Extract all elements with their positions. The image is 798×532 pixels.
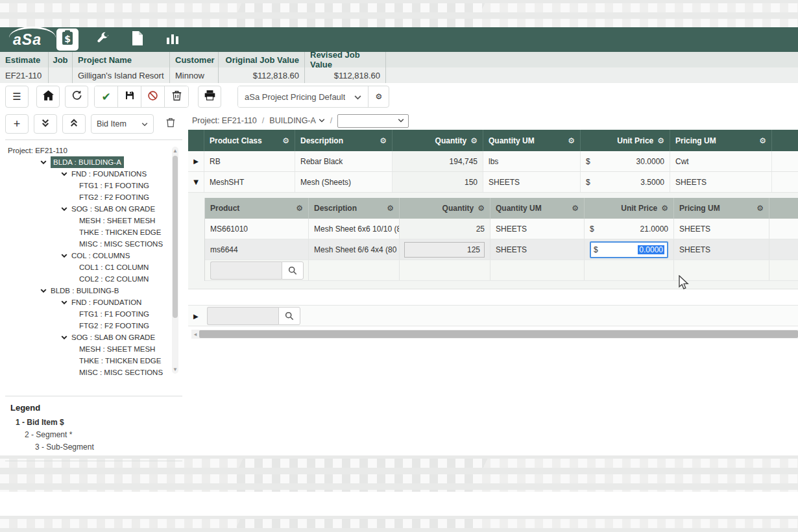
bid-item-select[interactable]: Bid Item	[91, 114, 154, 134]
add-node-button[interactable]: +	[5, 114, 29, 134]
quantity-header[interactable]: Quantity⚙	[400, 198, 490, 219]
tree-item-sog-a[interactable]: SOG : SLAB ON GRADE	[5, 203, 182, 215]
expand-all-button[interactable]	[34, 114, 57, 134]
column-gear-icon[interactable]: ⚙	[572, 204, 579, 213]
tree-item-fnd-a[interactable]: FND : FOUNDATIONS	[5, 168, 182, 180]
refresh-button[interactable]	[65, 86, 88, 108]
description-cell[interactable]: Rebar Black	[295, 151, 393, 171]
column-gear-icon[interactable]: ⚙	[657, 136, 664, 145]
tree-item-ftg1-a[interactable]: FTG1 : F1 FOOTING	[5, 180, 182, 191]
column-gear-icon[interactable]: ⚙	[470, 136, 478, 145]
estimating-pricing-tab[interactable]: $	[57, 29, 78, 50]
save-button[interactable]	[118, 86, 141, 107]
reports-tab[interactable]	[162, 29, 183, 50]
product-header[interactable]: Product⚙	[205, 198, 309, 219]
pricing-um-header[interactable]: Pricing UM⚙	[674, 198, 769, 219]
quantity-um-header[interactable]: Quantity UM⚙	[483, 130, 581, 151]
tree-item-sog-b[interactable]: SOG : SLAB ON GRADE	[5, 332, 182, 343]
quantity-cell[interactable]: 25	[400, 219, 490, 239]
quantity-um-header[interactable]: Quantity UM⚙	[490, 198, 585, 219]
tree-item-col1[interactable]: COL1 : C1 COLUMN	[5, 261, 182, 273]
quantity-header[interactable]: Quantity⚙	[393, 130, 483, 151]
tree-item-misc-b[interactable]: MISC : MISC SECTIONS	[5, 367, 182, 378]
column-gear-icon[interactable]: ⚙	[387, 204, 394, 213]
product-cell[interactable]: ms6644	[205, 239, 309, 260]
unit-price-cell[interactable]: $3.5000	[581, 172, 670, 192]
tree-item-ftg1-b[interactable]: FTG1 : F1 FOOTING	[5, 308, 182, 320]
unit-price-cell[interactable]: $30.0000	[581, 151, 670, 171]
scroll-left-icon[interactable]: ◂	[191, 331, 199, 337]
description-cell[interactable]: Mesh Sheet 6x6 10/10 (80 S	[309, 219, 400, 239]
tree-item-ftg2-a[interactable]: FTG2 : F2 FOOTING	[5, 191, 182, 203]
tree-item-fnd-b[interactable]: FND : FOUNDATION	[5, 296, 182, 308]
column-gear-icon[interactable]: ⚙	[478, 204, 485, 213]
pricing-settings-button[interactable]: ⚙	[368, 86, 389, 107]
quantity-um-cell[interactable]: SHEETS	[490, 219, 585, 239]
quantity-cell[interactable]: 150	[393, 172, 483, 192]
tree-item-thke-a[interactable]: THKE : THICKEN EDGE	[5, 226, 182, 238]
column-gear-icon[interactable]: ⚙	[568, 136, 575, 145]
column-gear-icon[interactable]: ⚙	[282, 136, 289, 145]
tree-item-col2[interactable]: COL2 : C2 COLUMN	[5, 273, 182, 285]
collapse-all-button[interactable]	[62, 114, 86, 134]
table-row-ms6644[interactable]: ms6644 Mesh Sheet 6/6 4x4 (80 SqF SHEETS…	[205, 239, 798, 260]
breadcrumb-segment-select[interactable]: BUILDING-A	[269, 116, 325, 125]
print-button[interactable]	[198, 86, 221, 108]
quantity-cell[interactable]: 194,745	[393, 151, 483, 171]
cancel-button[interactable]	[141, 86, 165, 107]
description-cell[interactable]: Mesh Sheet 6/6 4x4 (80 SqF	[309, 239, 400, 260]
product-class-cell[interactable]: RB	[204, 151, 295, 171]
row-expander[interactable]: ▶	[188, 151, 204, 171]
tree-item-mesh-a[interactable]: MESH : SHEET MESH	[5, 215, 182, 226]
tree-item-thke-b[interactable]: THKE : THICKEN EDGE	[5, 355, 182, 367]
tree-item-mesh-b[interactable]: MESH : SHEET MESH	[5, 343, 182, 355]
description-cell[interactable]: Mesh (Sheets)	[295, 172, 393, 192]
row-expander[interactable]: ▼	[188, 172, 204, 192]
tree-item-col[interactable]: COL : COLUMNS	[5, 250, 182, 261]
column-gear-icon[interactable]: ⚙	[759, 136, 766, 145]
quantity-um-cell[interactable]: SHEETS	[483, 172, 581, 192]
table-row-meshsht[interactable]: ▼ MeshSHT Mesh (Sheets) 150 SHEETS $3.50…	[188, 172, 798, 193]
product-lookup-input[interactable]	[210, 261, 282, 280]
table-row-ms661010[interactable]: MS661010 Mesh Sheet 6x6 10/10 (80 S 25 S…	[205, 219, 798, 239]
product-lookup-button[interactable]	[282, 261, 304, 280]
pricing-um-header[interactable]: Pricing UM⚙	[670, 130, 772, 151]
product-class-cell[interactable]: MeshSHT	[204, 172, 295, 192]
tree-scrollbar[interactable]: ▲ ▼	[172, 147, 178, 374]
column-gear-icon[interactable]: ⚙	[661, 204, 668, 213]
home-button[interactable]	[36, 86, 60, 108]
table-row-rb[interactable]: ▶ RB Rebar Black 194,745 lbs $30.0000 Cw…	[188, 151, 798, 172]
quantity-um-cell[interactable]: SHEETS	[490, 239, 585, 260]
delete-button[interactable]	[165, 86, 188, 107]
documents-tab[interactable]	[127, 29, 148, 50]
unit-price-cell[interactable]: $21.0000	[585, 219, 674, 239]
description-header[interactable]: Description⚙	[295, 130, 393, 151]
column-gear-icon[interactable]: ⚙	[296, 204, 303, 213]
pricing-profile-select[interactable]: aSa Project Pricing Default	[238, 86, 368, 107]
breadcrumb-subsegment-select[interactable]	[337, 114, 409, 128]
grid-horizontal-scrollbar[interactable]: ◂	[191, 330, 798, 339]
horizontal-scrollbar-thumb[interactable]	[199, 330, 798, 338]
tree-delete-button[interactable]	[159, 114, 182, 134]
scroll-down-icon[interactable]: ▼	[172, 367, 178, 372]
quantity-um-cell[interactable]: lbs	[483, 151, 581, 171]
tools-tab[interactable]	[92, 29, 113, 50]
unit-price-header[interactable]: Unit Price⚙	[581, 130, 670, 151]
scroll-up-icon[interactable]: ▲	[172, 148, 178, 154]
pricing-um-cell[interactable]: SHEETS	[670, 172, 772, 192]
quantity-input[interactable]	[404, 242, 485, 258]
column-gear-icon[interactable]: ⚙	[380, 136, 387, 145]
product-class-lookup-button[interactable]	[278, 307, 300, 325]
unit-price-input[interactable]: $ 0.0000	[590, 241, 668, 258]
tree-item-project[interactable]: Project: EF21-110	[5, 145, 182, 156]
unit-price-header[interactable]: Unit Price⚙	[585, 198, 674, 219]
tree-scrollbar-thumb[interactable]	[173, 156, 178, 318]
tree-item-bldb[interactable]: BLDB : BUILDING-B	[5, 285, 182, 296]
pricing-um-cell[interactable]: SHEETS	[674, 239, 769, 260]
pricing-um-cell[interactable]: Cwt	[670, 151, 772, 171]
description-header[interactable]: Description⚙	[309, 198, 400, 219]
product-class-header[interactable]: Product Class⚙	[204, 130, 295, 151]
row-expander[interactable]: ▶	[188, 311, 204, 320]
product-cell[interactable]: MS661010	[205, 219, 309, 239]
tree-item-blda[interactable]: BLDA : BUILDING-A	[5, 156, 182, 168]
